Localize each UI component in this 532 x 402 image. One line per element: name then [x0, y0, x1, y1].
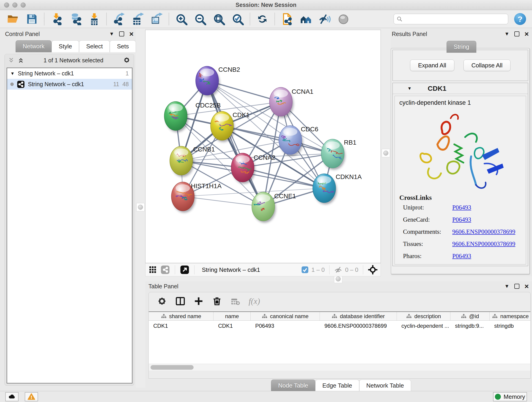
warnings-button[interactable] [25, 392, 38, 401]
results-panel-float-icon[interactable] [514, 32, 519, 36]
export-network-button[interactable] [109, 12, 128, 26]
search-input[interactable] [404, 16, 505, 22]
hide-unhide-button[interactable] [315, 12, 334, 26]
delete-table-icon[interactable] [230, 296, 240, 306]
left-splitter-handle[interactable] [136, 203, 145, 211]
tab-style[interactable]: Style [51, 40, 79, 52]
toolbar-search[interactable] [394, 14, 508, 24]
birdseye-crosshair-icon[interactable] [368, 265, 378, 275]
column-header-canonical-name[interactable]: canonical name [251, 312, 320, 320]
cell--id[interactable]: stringdb:9... [450, 321, 490, 331]
node-CDC6[interactable] [279, 126, 303, 156]
gene-expand-icon[interactable]: ▼ [407, 86, 412, 91]
network-options-gear-icon[interactable] [123, 56, 131, 65]
tab-node-table[interactable]: Node Table [271, 380, 315, 391]
memory-button[interactable]: Memory [493, 392, 527, 401]
crosslink-link[interactable]: P06493 [452, 253, 471, 260]
column-header-namespace[interactable]: namespace [490, 312, 530, 320]
expand-all-button[interactable]: Expand All [410, 60, 454, 71]
table-horizontal-scrollbar[interactable] [149, 364, 530, 370]
function-builder-icon[interactable]: f(x) [249, 296, 260, 306]
column-header--id[interactable]: @id [450, 312, 490, 320]
right-splitter[interactable] [381, 29, 391, 276]
save-session-button[interactable] [22, 12, 41, 26]
node-CDKN1A[interactable] [313, 174, 337, 204]
node-RB1[interactable] [321, 139, 345, 170]
open-session-button[interactable] [4, 12, 22, 26]
tab-network[interactable]: Network [16, 40, 51, 52]
string-home-button[interactable] [297, 12, 315, 26]
right-splitter-handle[interactable] [382, 149, 390, 157]
cell-database-identifier[interactable]: 9606.ENSP00000378699 [320, 321, 397, 331]
table-panel-float-icon[interactable] [514, 284, 519, 289]
zoom-out-button[interactable] [191, 12, 209, 26]
cell-description[interactable]: cyclin-dependent ... [397, 321, 450, 331]
collapse-tree-icon[interactable] [18, 57, 24, 64]
close-window-icon[interactable] [4, 2, 9, 7]
import-network-button[interactable] [47, 12, 66, 26]
results-panel-close-icon[interactable]: × [525, 30, 529, 38]
node-CCNB2[interactable] [196, 66, 220, 97]
selected-checkbox-icon[interactable] [301, 266, 309, 274]
column-header-database-identifier[interactable]: database identifier [320, 312, 397, 320]
control-panel-close-icon[interactable]: × [129, 30, 133, 38]
grid-view-icon[interactable] [148, 265, 157, 274]
help-button[interactable]: ? [514, 13, 526, 25]
cloud-status-button[interactable] [5, 392, 19, 401]
cell-namespace[interactable]: stringdb [490, 321, 530, 331]
gray-orb-button[interactable] [334, 12, 353, 26]
node-CCNB1[interactable] [170, 146, 194, 177]
apply-layout-button[interactable] [253, 12, 272, 26]
column-header-description[interactable]: description [397, 312, 450, 320]
import-table-button[interactable] [85, 12, 104, 26]
crosslink-link[interactable]: 9606.ENSP00000378699 [452, 228, 515, 235]
tab-sets[interactable]: Sets [110, 40, 136, 52]
maximize-window-icon[interactable] [21, 2, 26, 7]
crosslink-link[interactable]: 9606.ENSP00000378699 [452, 240, 515, 248]
import-network-from-database-button[interactable] [66, 12, 85, 26]
cell-name[interactable]: CDK1 [214, 321, 251, 331]
network-collection-row[interactable]: ▼ String Network – cdk1 1 [7, 68, 132, 79]
results-panel-menu-icon[interactable]: ▼ [505, 32, 510, 36]
scrollbar-thumb[interactable] [151, 365, 194, 370]
horizontal-splitter[interactable] [145, 276, 532, 281]
table-row[interactable]: CDK1CDK1P064939606.ENSP00000378699cyclin… [149, 321, 530, 331]
hidden-eye-slash-icon[interactable] [334, 266, 342, 274]
network-canvas[interactable]: CCNB2CCNA1CDC25BCDK1CDC6RB1CCNB1CCNA2CDK… [145, 30, 381, 263]
node-CCNA2[interactable] [231, 153, 255, 184]
tab-edge-table[interactable]: Edge Table [315, 380, 359, 391]
detach-view-icon[interactable] [180, 265, 189, 274]
table-options-gear-icon[interactable] [157, 296, 167, 306]
export-image-button[interactable] [147, 12, 166, 26]
window-controls[interactable] [4, 0, 26, 10]
control-panel-menu-icon[interactable]: ▼ [109, 32, 114, 36]
delete-column-icon[interactable] [212, 296, 222, 306]
expand-tree-icon[interactable] [8, 57, 14, 64]
zoom-in-button[interactable] [172, 12, 191, 26]
cell-shared-name[interactable]: CDK1 [149, 321, 214, 331]
share-view-icon[interactable] [161, 265, 170, 274]
crosslink-link[interactable]: P06493 [452, 216, 471, 223]
cell-canonical-name[interactable]: P06493 [251, 321, 320, 331]
node-CDK1[interactable] [210, 111, 234, 142]
collection-expand-icon[interactable]: ▼ [10, 71, 15, 76]
control-panel-float-icon[interactable] [119, 32, 124, 36]
crosslink-link[interactable]: P06493 [452, 204, 471, 211]
add-column-icon[interactable] [194, 296, 204, 306]
tab-string[interactable]: String [447, 41, 476, 53]
table-panel-close-icon[interactable]: × [525, 283, 529, 290]
zoom-selected-button[interactable] [228, 12, 247, 26]
left-splitter[interactable] [136, 29, 145, 388]
node-CCNA1[interactable] [269, 87, 293, 118]
minimize-window-icon[interactable] [12, 2, 17, 7]
table-panel-menu-icon[interactable]: ▼ [505, 284, 510, 289]
node-CCNE1[interactable] [252, 192, 276, 223]
show-columns-icon[interactable] [175, 296, 185, 306]
tab-select[interactable]: Select [79, 40, 110, 52]
collapse-all-button[interactable]: Collapse All [463, 60, 511, 71]
network-row[interactable]: String Network – cdk1 11 48 [7, 79, 132, 89]
column-header-shared-name[interactable]: shared name [149, 312, 214, 320]
export-table-button[interactable] [128, 12, 147, 26]
open-network-file-button[interactable] [278, 12, 297, 26]
zoom-fit-button[interactable] [209, 12, 228, 26]
